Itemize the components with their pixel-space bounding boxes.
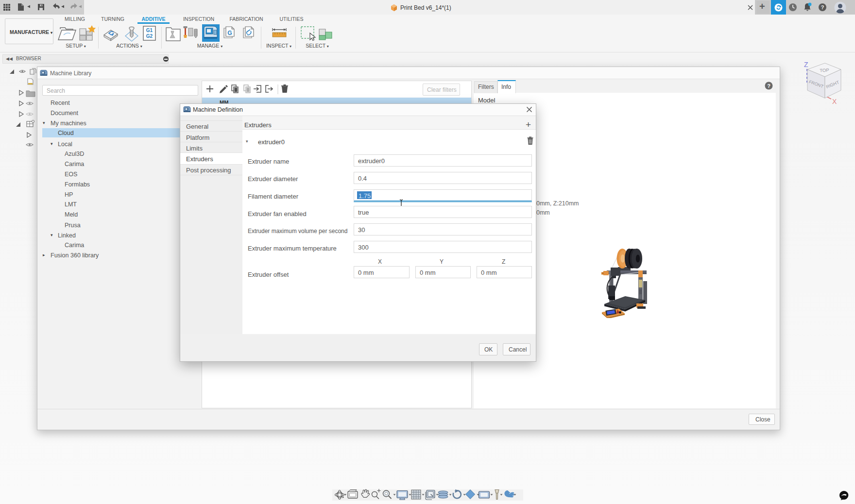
svg-text:TOP: TOP [820, 67, 829, 73]
svg-text:G1: G1 [146, 28, 153, 33]
svg-text:?: ? [821, 4, 824, 10]
svg-text:?: ? [767, 83, 770, 89]
svg-text:X: X [832, 98, 837, 105]
svg-text:G2: G2 [146, 34, 153, 39]
svg-text:Z: Z [804, 61, 808, 68]
svg-text:G: G [227, 30, 232, 36]
